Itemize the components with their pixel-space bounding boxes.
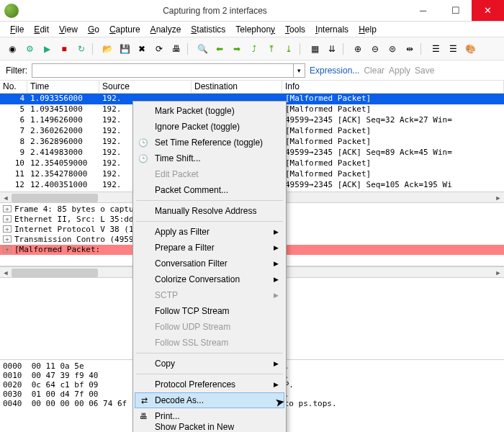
ctx-follow-ssl: Follow SSL Stream — [135, 335, 284, 351]
print-icon: 🖶 — [138, 410, 149, 422]
col-source[interactable]: Source — [99, 81, 192, 93]
ctx-resolve-address[interactable]: Manually Resolve Address — [135, 203, 284, 219]
col-info[interactable]: Info — [282, 81, 504, 93]
close-button[interactable]: ✕ — [472, 0, 504, 21]
minimize-button[interactable]: ─ — [407, 0, 439, 21]
packet-list-header: No. Time Source Destination Info — [0, 81, 504, 94]
expand-icon[interactable]: + — [3, 205, 12, 212]
filter-label: Filter: — [6, 66, 27, 76]
reload-icon[interactable]: ⟳ — [151, 41, 167, 57]
ctx-decode-as[interactable]: ⇄Decode As... — [135, 392, 284, 408]
colorize-icon[interactable]: ▦ — [307, 41, 323, 57]
ctx-protocol-preferences[interactable]: Protocol Preferences▶ — [135, 377, 284, 392]
scroll-left-icon[interactable]: ◄ — [0, 267, 12, 279]
menu-tools[interactable]: Tools — [281, 23, 310, 36]
capture-filters-icon[interactable]: ☰ — [428, 41, 444, 57]
zoomout-icon[interactable]: ⊖ — [367, 41, 383, 57]
start-icon[interactable]: ▶ — [39, 41, 55, 57]
ctx-mark-packet[interactable]: Mark Packet (toggle) — [135, 103, 284, 119]
submenu-icon: ▶ — [274, 228, 279, 235]
ctx-conversation-filter[interactable]: Conversation Filter▶ — [135, 256, 284, 271]
clock-icon: 🕒 — [138, 137, 149, 148]
menu-statistics[interactable]: Statistics — [186, 23, 230, 36]
ctx-packet-comment[interactable]: Packet Comment... — [135, 182, 284, 198]
separator — [420, 42, 425, 55]
menu-telephony[interactable]: Telephony — [231, 23, 279, 36]
submenu-icon: ▶ — [274, 244, 279, 251]
col-time[interactable]: Time — [27, 81, 99, 93]
interfaces-icon[interactable]: ◉ — [4, 41, 20, 57]
ctx-colorize-conversation[interactable]: Colorize Conversation▶ — [135, 271, 284, 287]
scroll-left-icon[interactable]: ◄ — [0, 192, 12, 204]
ctx-follow-udp: Follow UDP Stream — [135, 319, 284, 335]
back-icon[interactable]: ⬅ — [212, 41, 228, 57]
menu-capture[interactable]: Capture — [105, 23, 145, 36]
col-destination[interactable]: Destination — [192, 81, 282, 93]
expression-link[interactable]: Expression... — [310, 66, 359, 76]
ctx-ignore-packet[interactable]: Ignore Packet (toggle) — [135, 119, 284, 135]
app-icon — [4, 4, 19, 18]
context-menu: Mark Packet (toggle) Ignore Packet (togg… — [132, 101, 287, 432]
zoomin-icon[interactable]: ⊕ — [350, 41, 366, 57]
ctx-time-reference[interactable]: 🕒Set Time Reference (toggle) — [135, 135, 284, 150]
coloring-rules-icon[interactable]: 🎨 — [462, 41, 478, 57]
menu-view[interactable]: View — [55, 23, 82, 36]
print-icon[interactable]: 🖶 — [168, 41, 184, 57]
separator — [136, 221, 283, 222]
expand-icon[interactable]: + — [3, 246, 12, 253]
ctx-time-shift[interactable]: 🕒Time Shift... — [135, 150, 284, 166]
scroll-thumb[interactable] — [12, 194, 98, 202]
ctx-apply-as-filter[interactable]: Apply as Filter▶ — [135, 224, 284, 240]
first-icon[interactable]: ⤒ — [264, 41, 279, 57]
menu-go[interactable]: Go — [84, 23, 104, 36]
titlebar: Capturing from 2 interfaces ─ ☐ ✕ — [0, 0, 504, 22]
apply-link[interactable]: Apply — [389, 66, 410, 76]
chevron-down-icon[interactable]: ▾ — [293, 64, 305, 77]
ctx-edit-packet: Edit Packet — [135, 166, 284, 182]
scroll-right-icon[interactable]: ► — [492, 192, 504, 204]
zoom100-icon[interactable]: ⊜ — [384, 41, 400, 57]
expand-icon[interactable]: + — [3, 235, 12, 243]
stop-icon[interactable]: ■ — [56, 41, 72, 57]
menu-file[interactable]: File — [6, 23, 28, 36]
scroll-thumb[interactable] — [12, 269, 98, 277]
ctx-follow-tcp[interactable]: Follow TCP Stream — [135, 303, 284, 319]
close-file-icon[interactable]: ✖ — [134, 41, 150, 57]
expand-icon[interactable]: + — [3, 215, 12, 222]
col-no[interactable]: No. — [0, 81, 27, 93]
maximize-button[interactable]: ☐ — [439, 0, 472, 21]
resize-cols-icon[interactable]: ⇹ — [402, 41, 418, 57]
submenu-icon: ▶ — [274, 360, 279, 367]
ctx-copy[interactable]: Copy▶ — [135, 356, 284, 372]
save-icon[interactable]: 💾 — [117, 41, 132, 57]
filter-bar: Filter: ▾ Expression... Clear Apply Save — [0, 60, 504, 81]
separator — [136, 374, 283, 374]
goto-icon[interactable]: ⤴ — [246, 41, 262, 57]
menu-help[interactable]: Help — [354, 23, 381, 36]
display-filters-icon[interactable]: ☰ — [445, 41, 461, 57]
find-icon[interactable]: 🔍 — [194, 41, 210, 57]
open-icon[interactable]: 📂 — [99, 41, 115, 57]
menu-edit[interactable]: Edit — [30, 23, 53, 36]
separator — [300, 42, 304, 55]
save-link[interactable]: Save — [415, 66, 434, 76]
separator — [136, 353, 283, 354]
ctx-prepare-filter[interactable]: Prepare a Filter▶ — [135, 240, 284, 256]
menu-analyze[interactable]: Analyze — [146, 23, 186, 36]
expand-icon[interactable]: + — [3, 225, 12, 233]
menu-internals[interactable]: Internals — [311, 23, 353, 36]
decode-icon: ⇄ — [138, 395, 150, 406]
clock-icon: 🕒 — [138, 153, 149, 164]
options-icon[interactable]: ⚙ — [22, 41, 37, 57]
scroll-right-icon[interactable]: ► — [492, 267, 504, 279]
filter-input[interactable] — [32, 64, 293, 77]
filter-combo[interactable]: ▾ — [32, 63, 305, 78]
clear-link[interactable]: Clear — [364, 66, 384, 76]
restart-icon[interactable]: ↻ — [73, 41, 89, 57]
ctx-show-new-window[interactable]: Show Packet in New Window — [135, 424, 284, 432]
ctx-sctp[interactable]: SCTP▶ — [135, 287, 284, 303]
submenu-icon: ▶ — [274, 381, 279, 388]
last-icon[interactable]: ⤓ — [281, 41, 297, 57]
autoscroll-icon[interactable]: ⇊ — [324, 41, 340, 57]
forward-icon[interactable]: ➡ — [229, 41, 245, 57]
